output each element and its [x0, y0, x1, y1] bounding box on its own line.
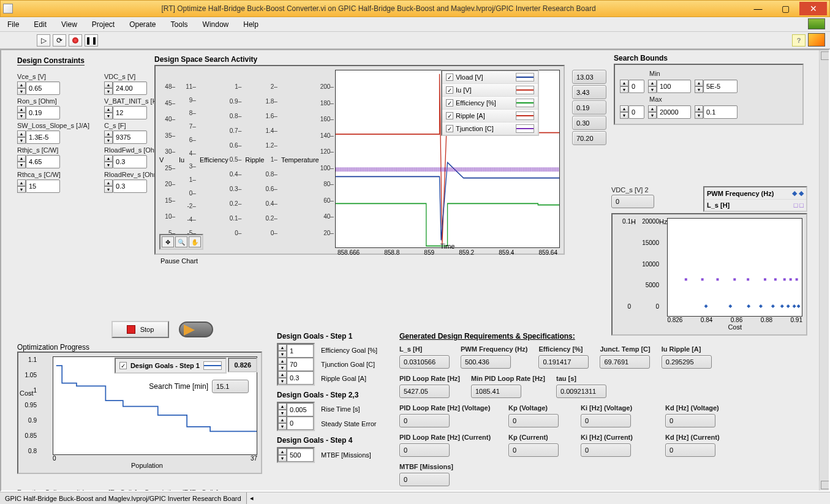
legend-checkbox[interactable]: ✓ — [446, 99, 453, 107]
constraint-b-1[interactable]: ▲▼ — [104, 106, 162, 119]
spin-down-icon[interactable]: ▼ — [17, 137, 26, 144]
constraint-b-4[interactable]: ▲▼ — [104, 179, 162, 193]
constraint-b-3[interactable]: ▲▼ — [104, 155, 162, 168]
opt-legend-check[interactable]: ✓ — [119, 362, 127, 369]
spin-up-icon[interactable]: ▲ — [278, 403, 287, 410]
sb-min-0[interactable]: ▲▼ — [648, 80, 691, 93]
sb-min-1[interactable]: ▲▼ — [695, 80, 738, 93]
goal-step23-0[interactable]: ▲▼ — [278, 403, 314, 416]
status-scroll-left[interactable]: ◂ — [247, 494, 257, 502]
spin-down-icon[interactable]: ▼ — [104, 162, 113, 168]
minimize-button[interactable]: — — [744, 2, 772, 15]
legend-line-style[interactable] — [516, 86, 534, 94]
constraint-2[interactable]: ▲▼ — [17, 130, 89, 144]
spin-down-icon[interactable]: ▼ — [278, 351, 287, 358]
goal-step4-0[interactable]: ▲▼ — [278, 448, 314, 462]
legend-checkbox[interactable]: ✓ — [446, 86, 453, 94]
spin-down-icon[interactable]: ▼ — [104, 186, 113, 193]
spin-down-icon[interactable]: ▼ — [278, 364, 287, 371]
constraint-1-input[interactable] — [26, 106, 60, 119]
spin-down-icon[interactable]: ▼ — [17, 88, 26, 95]
spin-down-icon[interactable]: ▼ — [278, 410, 287, 416]
sb-max-0[interactable]: ▲▼ — [648, 105, 691, 119]
close-button[interactable]: ✕ — [799, 2, 827, 15]
sb-row-index[interactable]: ▲▼ — [620, 80, 644, 93]
goal-step23-1[interactable]: ▲▼ — [278, 416, 314, 430]
menu-tools[interactable]: Tools — [168, 19, 191, 30]
legend-line-style[interactable] — [516, 73, 534, 81]
pause-chart-led[interactable] — [179, 322, 213, 337]
maximize-button[interactable]: ▢ — [772, 2, 799, 15]
menu-file[interactable]: File — [5, 19, 21, 30]
spin-down-icon[interactable]: ▼ — [104, 88, 113, 95]
constraint-b-0[interactable]: ▲▼ — [104, 81, 162, 95]
menu-window[interactable]: Window — [200, 19, 232, 30]
spin-up-icon[interactable]: ▲ — [17, 130, 26, 137]
stop-button[interactable]: Stop — [111, 321, 169, 338]
pan-tool-icon[interactable]: ✋ — [189, 236, 201, 247]
spin-down-icon[interactable]: ▼ — [17, 113, 26, 119]
pause-button[interactable]: ❚❚ — [85, 34, 98, 47]
spin-up-icon[interactable]: ▲ — [104, 179, 113, 186]
goal-step1-1[interactable]: ▲▼ — [278, 358, 314, 371]
vertical-scrollbar[interactable] — [819, 50, 829, 491]
spin-up-icon[interactable]: ▲ — [278, 416, 287, 423]
spin-down-icon[interactable]: ▼ — [278, 423, 287, 430]
constraint-b-2-input[interactable] — [113, 130, 147, 144]
constraint-0[interactable]: ▲▼ — [17, 81, 89, 95]
goal-step1-0-input[interactable] — [287, 344, 314, 358]
constraint-4-input[interactable] — [26, 179, 60, 193]
spin-up-icon[interactable]: ▲ — [17, 106, 26, 113]
zoom-tool-icon[interactable]: 🔍 — [175, 236, 187, 247]
spin-down-icon[interactable]: ▼ — [278, 378, 287, 385]
spin-up-icon[interactable]: ▲ — [104, 155, 113, 162]
cursor-tool-icon[interactable]: ✥ — [162, 236, 174, 247]
spin-up-icon[interactable]: ▲ — [278, 371, 287, 378]
legend-checkbox[interactable]: ✓ — [446, 112, 453, 119]
spin-up-icon[interactable]: ▲ — [17, 155, 26, 162]
spin-up-icon[interactable]: ▲ — [278, 448, 287, 455]
legend-line-style[interactable] — [516, 124, 534, 133]
spin-up-icon[interactable]: ▲ — [104, 81, 113, 88]
constraint-3[interactable]: ▲▼ — [17, 155, 89, 168]
goal-step23-0-input[interactable] — [287, 403, 314, 416]
sb-max-1[interactable]: ▲▼ — [695, 105, 738, 119]
constraint-3-input[interactable] — [26, 155, 60, 168]
spin-up-icon[interactable]: ▲ — [17, 81, 26, 88]
spin-up-icon[interactable]: ▲ — [104, 106, 113, 113]
spin-down-icon[interactable]: ▼ — [104, 137, 113, 144]
goal-step1-2[interactable]: ▲▼ — [278, 371, 314, 385]
legend-checkbox[interactable]: ✓ — [446, 125, 453, 132]
constraint-0-input[interactable] — [26, 81, 60, 95]
sb-row-index2[interactable]: ▲▼ — [620, 105, 644, 119]
menu-operate[interactable]: Operate — [127, 19, 158, 30]
spin-down-icon[interactable]: ▼ — [17, 186, 26, 193]
spin-down-icon[interactable]: ▼ — [278, 455, 287, 462]
goal-step1-0[interactable]: ▲▼ — [278, 344, 314, 358]
legend-line-style[interactable] — [516, 99, 534, 107]
legend-checkbox[interactable]: ✓ — [446, 73, 453, 81]
goal-step1-1-input[interactable] — [287, 358, 314, 371]
spin-up-icon[interactable]: ▲ — [17, 179, 26, 186]
abort-button[interactable] — [69, 34, 82, 47]
menu-help[interactable]: Help — [241, 19, 261, 30]
help-button[interactable]: ? — [792, 34, 805, 47]
goal-step4-0-input[interactable] — [287, 448, 314, 462]
constraint-b-2[interactable]: ▲▼ — [104, 130, 162, 144]
spin-up-icon[interactable]: ▲ — [104, 130, 113, 137]
spin-up-icon[interactable]: ▲ — [278, 344, 287, 351]
run-continuous-button[interactable]: ⟳ — [53, 34, 66, 47]
menu-project[interactable]: Project — [89, 19, 117, 30]
menu-edit[interactable]: Edit — [31, 19, 49, 30]
spin-down-icon[interactable]: ▼ — [17, 162, 26, 168]
spin-up-icon[interactable]: ▲ — [278, 358, 287, 364]
constraint-b-0-input[interactable] — [113, 81, 147, 95]
constraint-b-1-input[interactable] — [113, 106, 147, 119]
menu-view[interactable]: View — [59, 19, 80, 30]
scatter-plot-area[interactable] — [667, 218, 802, 317]
constraint-b-4-input[interactable] — [113, 179, 147, 193]
constraint-4[interactable]: ▲▼ — [17, 179, 89, 193]
constraint-b-3-input[interactable] — [113, 155, 147, 168]
run-button[interactable]: ▷ — [37, 34, 50, 47]
legend-line-style[interactable] — [516, 111, 534, 120]
